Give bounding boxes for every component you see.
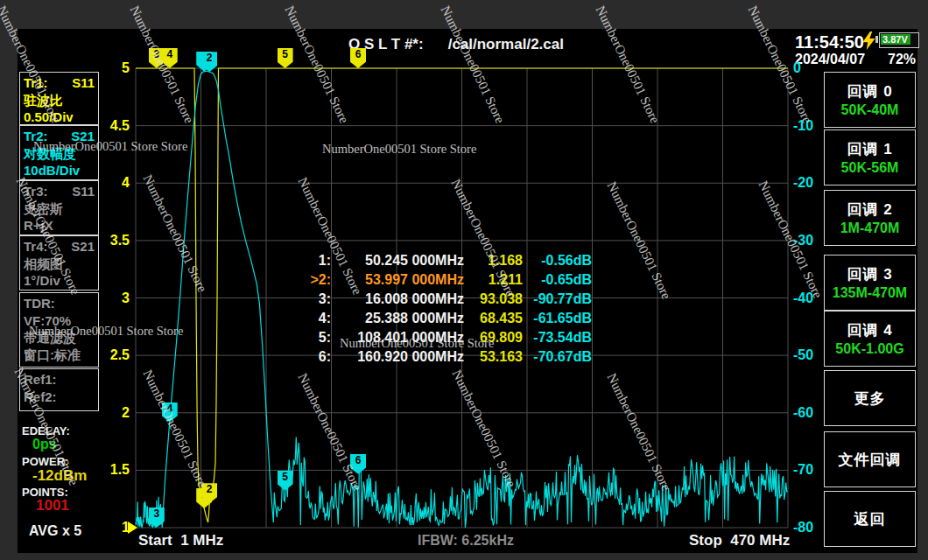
marker-row-5: 5:108.401 000MHz69.809-73.54dB	[289, 330, 592, 347]
marker-swr-value: 93.038	[464, 291, 523, 307]
marker-number: >2:	[289, 272, 331, 288]
marker-number: 5:	[289, 330, 331, 346]
marker-number: 4:	[289, 311, 331, 326]
marker-number: 6:	[289, 349, 331, 365]
marker-row-1: 1:50.245 000MHz1.168-0.56dB	[289, 253, 592, 270]
vna-screen: O S L T #*:/cal/normal/2.cal 11:54:50 20…	[0, 0, 928, 560]
marker-db-value: -70.67dB	[523, 349, 592, 365]
marker-row-6: 6:160.920 000MHz53.163-70.67dB	[289, 349, 592, 367]
marker-number: 3:	[289, 291, 331, 307]
marker-row-2-active: >2:53.997 000MHz1.211-0.65dB	[289, 272, 592, 290]
marker-swr-value: 53.163	[464, 349, 523, 365]
marker-row-3: 3:16.008 000MHz93.038-90.77dB	[289, 291, 592, 309]
marker-number: 1:	[289, 253, 331, 269]
marker-db-value: -0.65dB	[523, 272, 592, 288]
marker-db-value: -90.77dB	[523, 291, 592, 307]
marker-db-value: -0.56dB	[523, 253, 592, 269]
marker-swr-value: 69.809	[464, 330, 523, 346]
marker-frequency: 16.008 000MHz	[331, 291, 464, 307]
marker-frequency: 50.245 000MHz	[331, 253, 464, 269]
marker-row-4: 4:25.388 000MHz68.435-61.65dB	[289, 311, 592, 328]
marker-db-value: -61.65dB	[523, 311, 592, 326]
marker-swr-value: 1.168	[464, 253, 523, 269]
marker-frequency: 160.920 000MHz	[331, 349, 464, 365]
marker-frequency: 25.388 000MHz	[331, 311, 464, 326]
marker-swr-value: 68.435	[464, 311, 523, 326]
marker-frequency: 53.997 000MHz	[331, 272, 464, 288]
marker-frequency: 108.401 000MHz	[331, 330, 464, 346]
marker-swr-value: 1.211	[464, 272, 523, 288]
marker-db-value: -73.54dB	[523, 330, 592, 346]
